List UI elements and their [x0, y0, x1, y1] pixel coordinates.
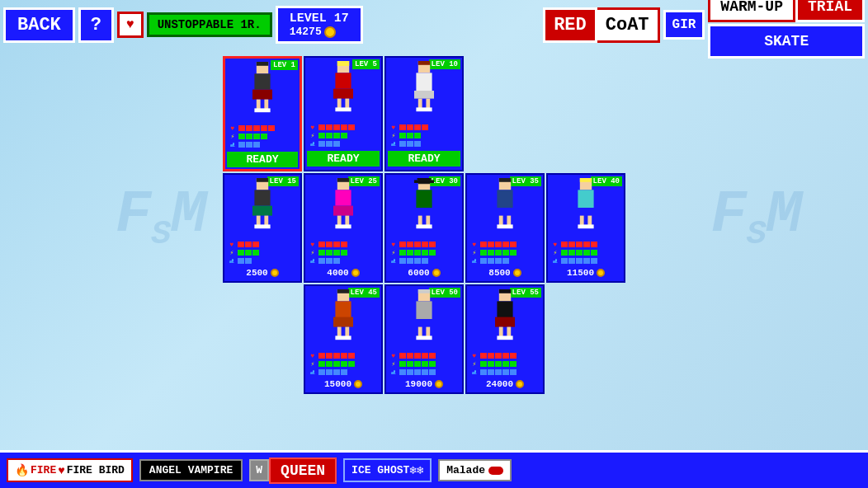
svg-rect-17 — [418, 61, 430, 65]
svg-rect-3 — [252, 90, 272, 100]
coin-icon — [513, 269, 521, 277]
ice-ghost-item[interactable]: ICE GHOST ❄❄ — [343, 458, 432, 482]
char-sprite-50 — [407, 289, 441, 349]
char-stats-40: ♥ ⚡ ⛸ — [550, 239, 622, 266]
svg-rect-53 — [507, 216, 511, 226]
malade-item[interactable]: Malade — [438, 459, 512, 481]
svg-rect-39 — [343, 224, 351, 228]
svg-rect-52 — [499, 216, 503, 226]
bird-label: FIRE BIRD — [67, 464, 125, 476]
svg-rect-83 — [499, 327, 503, 337]
svg-rect-1 — [257, 62, 268, 66]
char-card-lev1[interactable]: LEV 1 — [223, 56, 302, 171]
char-row-3: LEV 45 ♥ — [304, 284, 625, 394]
back-button[interactable]: BACK — [3, 7, 75, 43]
char-stats-25: ♥ ⚡ ⛸ — [307, 239, 380, 266]
fsm-watermark-left: FSM — [116, 181, 206, 253]
price-label-50: 19000 — [388, 378, 460, 391]
svg-rect-4 — [257, 100, 261, 110]
char-card-lev5[interactable]: LEV 5 ♥ — [304, 56, 383, 171]
queen-item[interactable]: W QUEEN — [249, 458, 337, 484]
pill-icon — [488, 467, 503, 475]
svg-rect-67 — [337, 327, 342, 337]
svg-rect-9 — [337, 61, 349, 66]
coin-icon — [351, 269, 360, 277]
svg-rect-62 — [586, 224, 594, 228]
bottom-bar: 🔥 FIRE ♥ FIRE BIRD ANGEL VAMPIRE W QUEEN… — [0, 450, 868, 488]
svg-rect-14 — [335, 107, 343, 111]
svg-rect-44 — [416, 190, 432, 208]
help-button[interactable]: ? — [78, 7, 114, 43]
char-card-lev30[interactable]: LEV 30 ♥ — [384, 173, 464, 283]
price-label-45: 15000 — [307, 378, 380, 391]
svg-rect-13 — [345, 99, 349, 109]
svg-rect-80 — [497, 301, 512, 319]
right-buttons: WARM-UP TRIAL SKATE — [708, 0, 865, 59]
unstoppable-bar: UNSTOPPABLE 1R. — [147, 12, 272, 37]
svg-rect-25 — [257, 178, 268, 182]
char-sprite-55 — [488, 289, 522, 349]
char-stats-45: ♥ ⚡ ⛸ — [307, 350, 380, 378]
queen-w: W — [249, 459, 269, 481]
svg-rect-26 — [254, 190, 270, 205]
char-card-lev35[interactable]: LEV 35 ♥ — [465, 173, 545, 283]
coin-icon — [271, 269, 279, 277]
char-card-lev50[interactable]: LEV 50 ♥ — [384, 284, 464, 394]
svg-rect-77 — [424, 336, 432, 340]
char-stats-50: ♥ ⚡ ⛸ — [388, 350, 460, 378]
char-stats-35: ♥ ⚡ ⛸ — [469, 239, 541, 266]
svg-rect-51 — [497, 190, 512, 208]
svg-rect-21 — [426, 99, 430, 109]
svg-rect-74 — [418, 327, 422, 337]
malade-label: Malade — [446, 464, 485, 476]
ready-label-10: READY — [388, 151, 460, 167]
char-card-lev45[interactable]: LEV 45 ♥ — [304, 284, 383, 394]
svg-rect-23 — [424, 107, 432, 111]
char-card-lev55[interactable]: LEV 55 ♥ — [465, 284, 545, 394]
character-grid: LEV 1 — [223, 56, 625, 394]
price-label-30: 6000 — [388, 266, 460, 279]
char-sprite-45 — [326, 289, 361, 349]
char-card-lev10[interactable]: LEV 10 ♥ — [384, 56, 464, 171]
angel-vampire-item[interactable]: ANGEL VAMPIRE — [139, 459, 243, 481]
skate-button[interactable]: SKATE — [708, 24, 865, 59]
svg-rect-10 — [335, 73, 351, 88]
svg-rect-55 — [505, 224, 513, 228]
price-label-15: 2500 — [226, 266, 299, 279]
svg-rect-22 — [416, 107, 424, 111]
warmup-button[interactable]: WARM-UP — [708, 0, 795, 22]
svg-rect-19 — [414, 91, 434, 99]
queen-label: QUEEN — [269, 458, 337, 484]
svg-rect-65 — [335, 301, 351, 319]
char-stats-5: ♥ ⚡ ⛸ — [307, 122, 380, 149]
svg-rect-11 — [333, 89, 353, 99]
svg-rect-70 — [343, 336, 351, 340]
char-sprite-10 — [407, 61, 441, 120]
svg-rect-58 — [578, 190, 593, 208]
fire-bird-item[interactable]: 🔥 FIRE ♥ FIRE BIRD — [7, 458, 133, 482]
svg-rect-47 — [416, 224, 424, 228]
svg-rect-37 — [345, 216, 349, 226]
char-sprite-40 — [568, 178, 603, 237]
svg-rect-64 — [337, 289, 349, 293]
svg-rect-36 — [337, 216, 342, 226]
char-card-lev40[interactable]: LEV 40 ♥ — [546, 173, 625, 283]
svg-rect-68 — [345, 327, 349, 337]
svg-rect-6 — [254, 108, 262, 112]
svg-rect-54 — [497, 224, 505, 228]
char-card-lev25[interactable]: LEV 25 ♥ — [304, 173, 383, 283]
heart-icon-fire: ♥ — [58, 464, 64, 477]
svg-rect-61 — [578, 224, 586, 228]
svg-rect-66 — [333, 317, 353, 327]
svg-rect-31 — [262, 224, 271, 228]
svg-rect-69 — [335, 336, 343, 340]
char-stats-15: ♥ ⚡ ⛸ — [226, 239, 299, 266]
trial-button[interactable]: TRIAL — [795, 0, 865, 22]
svg-rect-75 — [426, 327, 430, 337]
svg-rect-12 — [337, 99, 342, 109]
svg-rect-86 — [505, 336, 513, 340]
svg-rect-50 — [499, 178, 511, 182]
svg-rect-43 — [414, 180, 434, 183]
heart-icon: ♥ — [126, 17, 134, 32]
char-card-lev15[interactable]: LEV 15 ♥ — [223, 173, 302, 283]
